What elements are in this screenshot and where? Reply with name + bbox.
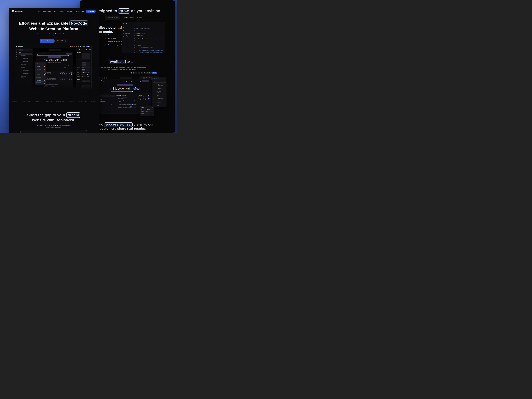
- calendar-day[interactable]: 2: [148, 98, 150, 99]
- calendar-day[interactable]: 15: [69, 76, 71, 78]
- alignment-icons[interactable]: [99, 77, 107, 78]
- play-icon[interactable]: ▶: [144, 72, 146, 74]
- calendar-day[interactable]: 3: [138, 99, 140, 101]
- radius-mode-icon[interactable]: [149, 113, 150, 114]
- watch-video-button[interactable]: Watch Video▶: [56, 39, 68, 43]
- pages-tree-item[interactable]: /Delivery and Ass...: [153, 89, 166, 91]
- pages-tree-item[interactable]: ≡Header Text: [153, 93, 166, 95]
- menu-item-deuteranomaly[interactable]: Deuteranomaly: [35, 70, 46, 72]
- tab-pages[interactable]: Pages: [19, 49, 23, 51]
- calendar-day[interactable]: 1: [69, 74, 71, 75]
- calendar-day[interactable]: 4: [140, 99, 141, 101]
- nav-item-community[interactable]: Community▾: [44, 11, 51, 12]
- calendar-day[interactable]: 2: [71, 74, 72, 75]
- get-started-free-button[interactable]: Get started for free→: [40, 39, 55, 43]
- gap-slider[interactable]: [86, 74, 91, 75]
- calendar-day[interactable]: 7: [145, 99, 146, 101]
- get-started-button[interactable]: Get Started: [86, 10, 95, 13]
- add-style-icon[interactable]: +: [152, 107, 153, 108]
- play-icon[interactable]: ▶: [80, 46, 82, 47]
- calendar-day[interactable]: 5: [141, 99, 143, 101]
- pill-custom-attributes[interactable]: Custom attributes: [122, 17, 134, 19]
- calendar-day[interactable]: 29: [69, 79, 71, 80]
- align-icon[interactable]: [82, 49, 83, 50]
- pages-tree-item[interactable]: ▸/Footer: [153, 105, 166, 106]
- preview-nav-blog[interactable]: Blog: [55, 54, 56, 54]
- avatar[interactable]: [70, 46, 71, 47]
- pages-tree-item[interactable]: /Maintenance an...: [153, 99, 166, 101]
- click-to-see-magic[interactable]: ✦Click to see magic: [62, 67, 72, 69]
- calendar-day[interactable]: 28: [140, 98, 141, 99]
- calendar-day[interactable]: 3: [60, 75, 62, 76]
- preview-login[interactable]: Login: [64, 54, 66, 54]
- code-file-tab[interactable]: TSweekly-digest.tsx: [123, 35, 131, 37]
- pages-tree-item[interactable]: /Delivery and Ass...: [18, 61, 32, 62]
- calendar-day[interactable]: 8: [146, 99, 148, 101]
- calendar-day[interactable]: 19: [63, 78, 65, 79]
- preview-trial-button[interactable]: Start free trial: [142, 80, 149, 82]
- close-icon[interactable]: [123, 23, 124, 24]
- preview-nav-company[interactable]: Company: [120, 81, 124, 82]
- calendar-day[interactable]: 30: [71, 79, 72, 80]
- calendar-day[interactable]: 16: [148, 101, 150, 102]
- padding-sides-icon[interactable]: [88, 76, 89, 77]
- tab-assets[interactable]: Assets: [161, 78, 165, 79]
- preview-login[interactable]: Login: [139, 81, 141, 82]
- add-style-icon[interactable]: +: [90, 83, 91, 85]
- align-icon[interactable]: [86, 49, 87, 50]
- position-x-input[interactable]: 0X: [82, 53, 86, 55]
- calendar-day[interactable]: 21: [67, 78, 69, 79]
- pages-tree-item[interactable]: ▸/Call to Action: [18, 76, 32, 77]
- add-icon[interactable]: +: [16, 49, 17, 51]
- pages-tree-item[interactable]: ▾/Navigation: [153, 83, 166, 85]
- calendar-day[interactable]: 14: [145, 101, 146, 102]
- menu-item-protanomaly[interactable]: Protanomaly: [35, 67, 46, 69]
- pages-tree-item[interactable]: /Maintenance an...: [18, 58, 32, 59]
- calendar-day[interactable]: 29: [63, 74, 65, 75]
- calendar[interactable]: April 2023‹▦›MoTuWeThFrSaSu2728293031123…: [60, 72, 72, 80]
- calendar-day[interactable]: 17: [60, 78, 62, 79]
- avatar[interactable]: [71, 46, 73, 47]
- pages-tree-item[interactable]: /Design Consulta...: [153, 96, 166, 98]
- fill-input[interactable]: #000000: [82, 85, 91, 87]
- nav-item-pricing[interactable]: Pricing: [76, 11, 79, 12]
- calendar-day[interactable]: 30: [143, 98, 145, 99]
- calendar-day[interactable]: 18: [62, 78, 63, 79]
- calendar-day[interactable]: 10: [60, 76, 62, 78]
- distribute-select[interactable]: Center▾: [82, 66, 91, 68]
- login-link[interactable]: Login: [81, 11, 84, 12]
- direction-segmented[interactable]: ↔↕: [82, 64, 91, 66]
- calendar-day[interactable]: 28: [67, 79, 69, 80]
- gap-input[interactable]: 0: [82, 74, 85, 75]
- text-tool-icon[interactable]: T: [16, 54, 17, 55]
- pages-tree-item[interactable]: ▾/Product: [18, 67, 32, 68]
- page-select[interactable]: ✦All Pages: [82, 81, 91, 82]
- align-icon[interactable]: [81, 49, 82, 50]
- avatar[interactable]: [130, 72, 133, 74]
- preview-nav-product[interactable]: Product: [113, 81, 116, 82]
- gear-icon[interactable]: ⚙: [141, 72, 143, 74]
- calendar-day[interactable]: 14: [67, 76, 69, 78]
- database-icon[interactable]: ≡: [16, 56, 17, 57]
- padding-uniform-icon[interactable]: [86, 76, 87, 77]
- calendar-day[interactable]: 8: [69, 75, 71, 76]
- type-segmented[interactable]: StackGrid: [82, 62, 91, 64]
- align-icon[interactable]: [77, 49, 78, 50]
- calendar-day[interactable]: 9: [71, 75, 72, 76]
- pages-tree-item[interactable]: ▸/Footer: [18, 77, 32, 78]
- menu-item-tritanopia[interactable]: Tritanopia: [35, 74, 46, 75]
- pages-tree-item[interactable]: ⌂Desktop: [153, 82, 166, 83]
- calendar-day[interactable]: 31: [67, 74, 69, 75]
- avatar[interactable]: [133, 72, 134, 74]
- calendar-day[interactable]: 7: [67, 75, 69, 76]
- pages-tree-item[interactable]: /Removal and Di...: [153, 101, 166, 102]
- tab-layers[interactable]: Layers: [23, 49, 28, 51]
- align-icon[interactable]: [84, 49, 85, 50]
- selection-box[interactable]: [111, 91, 133, 105]
- align-icon[interactable]: [89, 49, 91, 50]
- overflow-select[interactable]: Visible▾: [145, 111, 153, 112]
- menu-item-cataracts[interactable]: Cataracts: [35, 83, 46, 84]
- pages-tree-item[interactable]: /Removal and Di...: [18, 73, 32, 74]
- add-effect-icon[interactable]: +: [90, 79, 91, 80]
- align-icon[interactable]: [88, 49, 89, 50]
